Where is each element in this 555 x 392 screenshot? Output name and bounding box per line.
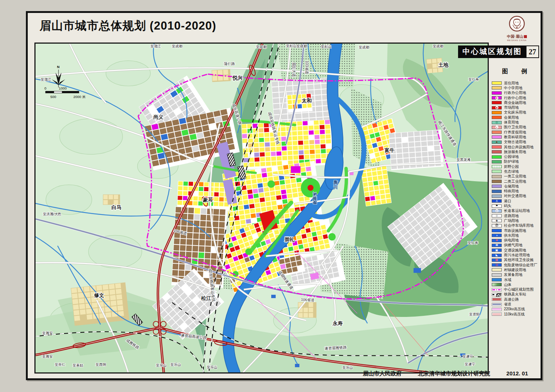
- map-label: 至乐山: [207, 365, 218, 369]
- legend-item-label: 文物古迹用地: [504, 139, 526, 145]
- legend-item-label: 水域: [504, 277, 511, 283]
- legend-item-label: 省道: [504, 302, 511, 307]
- legend-item: 其他公共设施用地: [492, 145, 541, 149]
- legend-swatch-icon: ╬: [492, 214, 502, 217]
- legend-swatch-icon: [492, 180, 502, 183]
- legend-item-label: 文化娱乐用地: [504, 110, 526, 115]
- plan-sheet-frame: 眉山市城市总体规划 (2010-2020) 中国·眉山 MEISHAN CHIN…: [26, 11, 542, 380]
- legend-glyph-icon: ▣: [495, 249, 498, 252]
- legend-swatch-icon: ◣: [492, 254, 502, 257]
- map-label: 至蒲江: [41, 77, 51, 81]
- legend-item: 山体: [492, 282, 541, 287]
- map-label: 至仁寿: [468, 77, 479, 81]
- logo-emblem-icon: [508, 15, 525, 32]
- legend-item-label: 港口: [504, 199, 511, 204]
- banner-title: 中心城区规划图: [458, 45, 526, 58]
- legend-swatch-icon: ⚓: [492, 199, 502, 203]
- legend-swatch-icon: [492, 312, 502, 316]
- map-label: 至黑龙滩: [457, 158, 471, 162]
- legend-item: 疗养度假用地: [492, 130, 541, 135]
- zone-funiu-s: [361, 165, 392, 206]
- footer-government: 眉山市人民政府: [363, 370, 402, 377]
- map-canvas: 尚义悦兴太和富牛土地白马象耳崇礼修文松江永寿蒲仁路眉彭大道103省道成乐高速公路…: [34, 43, 489, 374]
- legend-glyph-icon: Ⓟ: [495, 224, 498, 227]
- legend-item-label: 市政设施用地: [504, 228, 526, 233]
- legend-swatch-icon: [492, 145, 502, 149]
- legend-swatch-icon: [492, 81, 502, 85]
- legend-swatch-icon: [492, 135, 502, 139]
- map-label: 至雅安: [42, 354, 53, 358]
- footer-institute: 北京清华城市规划设计研究院: [418, 370, 490, 377]
- legend-glyph-icon: ◈: [495, 219, 498, 222]
- legend-swatch-icon: ★: [492, 96, 502, 99]
- legend-swatch-icon: [492, 293, 502, 296]
- map-label: 至乐山: [171, 362, 181, 366]
- legend-glyph-icon: ◎: [495, 121, 498, 124]
- svg-text:2000 米: 2000 米: [73, 95, 86, 99]
- legend-swatch-icon: ⊠: [492, 244, 502, 247]
- legend-item: ☒危险废物综合处理厂: [492, 263, 541, 267]
- legend-glyph-icon: ⚑: [495, 205, 498, 207]
- map-label: 太和: [301, 98, 312, 104]
- map-label: 象耳: [203, 197, 213, 203]
- map-label: 至蒲江: [151, 44, 161, 48]
- map-label: 悦兴: [232, 75, 243, 81]
- legend-item: ⚓港口: [492, 199, 541, 203]
- legend-item-label: 其他环境卫生设施: [504, 257, 534, 263]
- logo-subtext: MEISHAN CHINA: [498, 39, 535, 41]
- legend-item: +医疗卫生用地: [492, 125, 541, 130]
- legend-item-label: 高速公路: [504, 297, 519, 302]
- map-number-banner: 中心城区规划图 27: [458, 45, 539, 58]
- legend-item: ▣交通设施用地: [492, 248, 541, 253]
- legend-swatch-icon: [492, 101, 502, 104]
- legend-station-icon: [496, 293, 501, 297]
- legend-item: ◎长途客运站用地: [492, 209, 541, 213]
- legend-glyph-icon: ╬: [496, 214, 498, 217]
- legend-swatch-icon: [492, 283, 502, 286]
- legend-item-label: 郊野公园: [504, 164, 519, 169]
- legend-item-label: 教育科研用地: [504, 135, 526, 140]
- map-label: 至乐山: [342, 365, 353, 369]
- map-label: 岷 江: [333, 180, 338, 190]
- legend-item: 郊野公园: [492, 164, 541, 169]
- legend-item-label: 会展用地: [504, 115, 519, 120]
- legend-swatch-icon: [492, 195, 502, 198]
- legend-line-icon: [492, 298, 501, 300]
- legend-item-label: 公园绿地: [504, 154, 519, 159]
- legend-title: 图 例: [492, 68, 541, 75]
- map-label: 至遂宁: [462, 354, 473, 358]
- footer-date: 2012. 01: [507, 370, 528, 377]
- legend-swatch-icon: [492, 116, 502, 119]
- legend-swatch-icon: [492, 185, 502, 188]
- svg-text:1000: 1000: [59, 86, 67, 90]
- legend-swatch-icon: ☒: [492, 263, 502, 267]
- map-label: 至成都: [359, 45, 369, 49]
- legend-item-label: 110kv高压线: [504, 312, 525, 317]
- legend-item: 水域: [492, 277, 541, 282]
- legend-item-label: 旅游服务用地: [504, 149, 526, 155]
- legend-swatch-icon: [492, 190, 502, 193]
- map-label: 蒲仁路: [224, 62, 235, 66]
- legend-line-icon: [492, 289, 501, 290]
- legend-item-label: 一类工业用地: [504, 174, 526, 179]
- legend-swatch-icon: [492, 131, 502, 134]
- legend-glyph-icon: ▦: [495, 258, 498, 261]
- legend-item: 特殊用地: [492, 189, 541, 194]
- map-label: 土地: [438, 62, 448, 68]
- legend-glyph-icon: ▲: [495, 141, 498, 143]
- legend-item-label: 行政办公用地: [504, 90, 526, 95]
- legend-item-label: 防护绿地: [504, 159, 519, 164]
- legend-item-label: 广场用地: [504, 218, 519, 223]
- legend-swatch-icon: [492, 175, 502, 178]
- legend-item-label: 道路用地: [504, 213, 519, 219]
- legend-item: 旅游服务用地: [492, 149, 541, 154]
- legend-glyph-icon: ★: [495, 97, 498, 99]
- legend-item: ◑供水用地: [492, 233, 541, 238]
- legend-item: 对外交通用地: [492, 194, 541, 199]
- legend-item: 市政设施用地: [492, 228, 541, 233]
- legend-swatch-icon: [492, 298, 502, 301]
- legend-panel: 图 例 居住用地中小学用地行政办公用地★行政中心用地商业金融用地◉市场用地文化娱…: [492, 68, 541, 317]
- legend-item: 110kv高压线: [492, 312, 541, 317]
- legend-glyph-icon: ◣: [495, 254, 498, 257]
- map-label: 至成都: [296, 44, 307, 48]
